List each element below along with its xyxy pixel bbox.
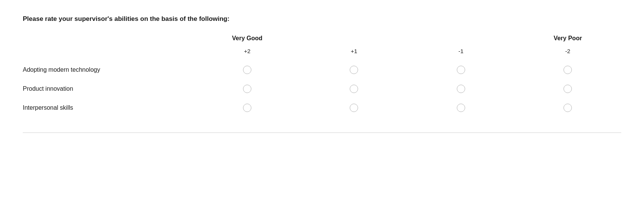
radio-row1-col0[interactable] xyxy=(243,85,251,93)
radio-cell-row2-col3[interactable] xyxy=(515,98,621,117)
row-label-0: Adopting modern technology xyxy=(23,60,194,79)
header-very-poor: Very Poor xyxy=(515,35,621,45)
radio-row1-col2[interactable] xyxy=(457,85,465,93)
radio-cell-row1-col3[interactable] xyxy=(515,79,621,98)
table-row: Product innovation xyxy=(23,79,621,98)
table-body: Adopting modern technologyProduct innova… xyxy=(23,60,621,117)
radio-row2-col0[interactable] xyxy=(243,104,251,112)
table-row: Interpersonal skills xyxy=(23,98,621,117)
radio-cell-row0-col0[interactable] xyxy=(194,60,300,79)
radio-cell-row0-col3[interactable] xyxy=(515,60,621,79)
radio-cell-row2-col1[interactable] xyxy=(301,98,407,117)
radio-row2-col3[interactable] xyxy=(564,104,572,112)
radio-row0-col0[interactable] xyxy=(243,66,251,74)
radio-cell-row0-col2[interactable] xyxy=(407,60,514,79)
scale-col-plus1: +1 xyxy=(301,45,407,60)
radio-cell-row1-col1[interactable] xyxy=(301,79,407,98)
scale-col-minus1: -1 xyxy=(407,45,514,60)
header-very-good: Very Good xyxy=(194,35,300,45)
scale-header-row: +2 +1 -1 -2 xyxy=(23,45,621,60)
scale-col-minus2: -2 xyxy=(515,45,621,60)
radio-cell-row2-col2[interactable] xyxy=(407,98,514,117)
question-title: Please rate your supervisor's abilities … xyxy=(23,15,621,23)
radio-row2-col2[interactable] xyxy=(457,104,465,112)
radio-row0-col2[interactable] xyxy=(457,66,465,74)
scale-header-label-empty xyxy=(23,45,194,60)
radio-cell-row1-col0[interactable] xyxy=(194,79,300,98)
scale-col-plus2: +2 xyxy=(194,45,300,60)
section-divider xyxy=(23,132,621,133)
radio-cell-row2-col0[interactable] xyxy=(194,98,300,117)
rating-table: Very Good Very Poor +2 +1 -1 -2 Adopting… xyxy=(23,35,621,117)
header-empty-col2 xyxy=(407,35,514,45)
radio-cell-row1-col2[interactable] xyxy=(407,79,514,98)
radio-row0-col3[interactable] xyxy=(564,66,572,74)
row-label-2: Interpersonal skills xyxy=(23,98,194,117)
header-empty-col1 xyxy=(301,35,407,45)
page-container: Please rate your supervisor's abilities … xyxy=(0,0,644,205)
header-label-col-empty xyxy=(23,35,194,45)
radio-cell-row0-col1[interactable] xyxy=(301,60,407,79)
table-row: Adopting modern technology xyxy=(23,60,621,79)
radio-row0-col1[interactable] xyxy=(350,66,358,74)
radio-row1-col1[interactable] xyxy=(350,85,358,93)
radio-row1-col3[interactable] xyxy=(564,85,572,93)
row-label-1: Product innovation xyxy=(23,79,194,98)
header-row-extreme-labels: Very Good Very Poor xyxy=(23,35,621,45)
radio-row2-col1[interactable] xyxy=(350,104,358,112)
